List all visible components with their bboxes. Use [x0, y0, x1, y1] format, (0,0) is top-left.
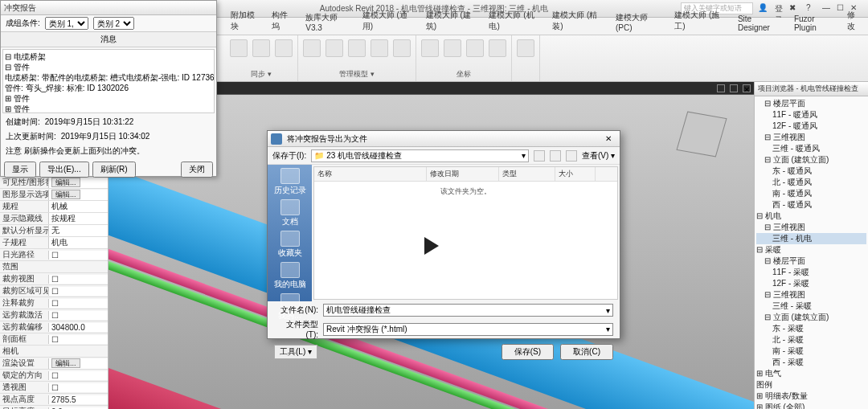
- refresh-button[interactable]: 刷新(R): [92, 162, 136, 178]
- tree-node[interactable]: ⊟ 三维视图: [756, 132, 866, 143]
- ribbon-button[interactable]: [421, 39, 439, 57]
- tree-node[interactable]: 图例: [756, 379, 866, 391]
- property-row[interactable]: 图形显示选项编辑...: [0, 189, 108, 201]
- property-row[interactable]: 视点高度2785.5: [0, 394, 108, 406]
- ribbon-button[interactable]: [371, 39, 388, 57]
- property-row[interactable]: 范围: [0, 261, 108, 273]
- tree-node[interactable]: ⊞ 明细表/数量: [756, 391, 866, 402]
- property-row[interactable]: 注释裁剪☐: [0, 297, 108, 309]
- column-header[interactable]: 大小: [555, 167, 596, 181]
- property-row[interactable]: 透视图☐: [0, 382, 108, 394]
- property-row[interactable]: 显示隐藏线按规程: [0, 213, 108, 225]
- ribbon-tab[interactable]: 修改: [841, 7, 868, 35]
- property-row[interactable]: 裁剪视图☐: [0, 273, 108, 285]
- tree-node[interactable]: ⊟ 三维视图: [756, 289, 866, 301]
- tree-node[interactable]: 三维 - 暖通风: [756, 143, 866, 154]
- column-header[interactable]: 名称: [314, 167, 427, 181]
- ribbon-button[interactable]: [348, 39, 366, 57]
- tree-node[interactable]: ⊞ 电气: [756, 368, 866, 379]
- tree-node[interactable]: ⊟ 楼层平面: [756, 256, 866, 267]
- tree-node[interactable]: ⊞ 图纸 (全部): [756, 402, 866, 409]
- property-row[interactable]: 目标高度0.0: [0, 406, 108, 409]
- tree-node[interactable]: ⊟ 立面 (建筑立面): [756, 312, 866, 323]
- clash-tree[interactable]: ⊟ 电缆桥架 ⊟ 管件 电缆桥架: 带配件的电缆桥架: 槽式电缆桥架-强电: I…: [2, 49, 215, 113]
- property-row[interactable]: 日光路径☐: [0, 249, 108, 261]
- close-report-button[interactable]: 关闭: [181, 162, 213, 178]
- tree-node[interactable]: 11F - 采暖: [756, 267, 866, 278]
- cancel-button[interactable]: 取消(C): [560, 344, 613, 360]
- dialog-header[interactable]: 将冲突报告导出为文件 ✕: [268, 131, 620, 147]
- tree-line[interactable]: ⊟ 电缆桥架: [5, 51, 212, 62]
- viewport-min-icon[interactable]: [717, 84, 725, 92]
- export-button[interactable]: 导出(E)...: [39, 162, 89, 178]
- delete-icon[interactable]: [566, 150, 577, 162]
- tree-node[interactable]: 南 - 采暖: [756, 346, 866, 357]
- ribbon-button[interactable]: [303, 39, 321, 57]
- column-header[interactable]: 类型: [499, 167, 555, 181]
- ribbon-button[interactable]: [393, 39, 411, 57]
- tree-node[interactable]: ⊟ 三维视图: [756, 222, 866, 233]
- ribbon-tab[interactable]: 建模大师 (精装): [547, 7, 610, 35]
- viewcube[interactable]: [676, 111, 727, 157]
- ribbon-button[interactable]: [230, 39, 248, 57]
- up-icon[interactable]: [550, 150, 561, 162]
- ribbon-tab[interactable]: 建模大师 (PC): [610, 10, 669, 35]
- tree-node[interactable]: 东 - 暖通风: [756, 166, 866, 177]
- tree-node[interactable]: ⊟ 楼层平面: [756, 98, 866, 109]
- column-header[interactable]: 修改日期: [427, 167, 499, 181]
- property-row[interactable]: 默认分析显示样式无: [0, 225, 108, 237]
- tree-node[interactable]: 北 - 采暖: [756, 334, 866, 346]
- ribbon-tab[interactable]: 建模大师 (通用): [357, 7, 420, 35]
- save-button[interactable]: 保存(S): [502, 344, 554, 360]
- tree-line[interactable]: 管件: 弯头_焊接: 标准: ID 1302026: [5, 83, 212, 93]
- ribbon-tab[interactable]: 附加模块: [225, 7, 266, 35]
- folder-combo[interactable]: 📁 23 机电管线碰撞检查 ▾: [311, 149, 529, 162]
- tree-node[interactable]: 南 - 暖通风: [756, 188, 866, 199]
- property-row[interactable]: 远剪裁激活☐: [0, 309, 108, 321]
- ribbon-button[interactable]: [466, 39, 484, 57]
- property-row[interactable]: 相机: [0, 346, 108, 358]
- filename-input[interactable]: 机电管线碰撞检查▾: [323, 304, 613, 317]
- ribbon-button[interactable]: [444, 39, 461, 57]
- property-row[interactable]: 裁剪区域可见☐: [0, 285, 108, 297]
- property-row[interactable]: 剖面框☐: [0, 333, 108, 346]
- property-row[interactable]: 远剪裁偏移304800.0: [0, 321, 108, 333]
- file-list[interactable]: 名称修改日期类型大小 该文件夹为空。: [313, 166, 618, 300]
- viewport-close-icon[interactable]: ✕: [743, 84, 751, 92]
- ribbon-tab[interactable]: 建模大师 (施工): [669, 7, 732, 35]
- tree-node[interactable]: 东 - 采暖: [756, 323, 866, 334]
- tree-node[interactable]: 12F - 采暖: [756, 278, 866, 289]
- ribbon-button[interactable]: [275, 39, 293, 57]
- tree-node[interactable]: 三维 - 机电: [756, 233, 866, 244]
- tree-node[interactable]: ⊟ 机电: [756, 211, 866, 222]
- tools-menu[interactable]: 工具(L) ▾: [274, 345, 317, 359]
- property-row[interactable]: 规程机械: [0, 201, 108, 213]
- property-row[interactable]: 锁定的方向☐: [0, 370, 108, 382]
- tree-node[interactable]: 西 - 采暖: [756, 357, 866, 368]
- tree-line[interactable]: ⊞ 管件: [5, 93, 212, 104]
- tree-node[interactable]: ⊟ 立面 (建筑立面): [756, 154, 866, 166]
- tree-node[interactable]: 11F - 暖通风: [756, 109, 866, 121]
- ribbon-button[interactable]: [517, 39, 534, 57]
- ribbon-tab[interactable]: 建模大师 (机电): [483, 7, 547, 35]
- tree-node[interactable]: 北 - 暖通风: [756, 177, 866, 188]
- show-button[interactable]: 显示: [4, 162, 36, 178]
- places-item[interactable]: 历史记录: [274, 168, 306, 196]
- places-item[interactable]: 收藏夹: [274, 231, 306, 259]
- tree-node[interactable]: 三维 - 采暖: [756, 301, 866, 312]
- property-row[interactable]: 子规程机电: [0, 237, 108, 249]
- group2-select[interactable]: 类别 2: [93, 17, 134, 30]
- ribbon-button[interactable]: [489, 39, 506, 57]
- group1-select[interactable]: 类别 1,: [45, 17, 88, 30]
- ribbon-tab[interactable]: 族库大师V3.3: [300, 10, 357, 35]
- tree-line[interactable]: 电缆桥架: 带配件的电缆桥架: 槽式电缆桥架-强电: ID 1273616: [5, 72, 212, 83]
- places-item[interactable]: 文档: [274, 199, 306, 227]
- dialog-close-button[interactable]: ✕: [600, 134, 616, 143]
- ribbon-tab[interactable]: Site Designer: [732, 12, 788, 35]
- tree-node[interactable]: 12F - 暖通风: [756, 121, 866, 132]
- viewport-max-icon[interactable]: [730, 84, 738, 92]
- filetype-combo[interactable]: Revit 冲突报告 (*.html)▾: [323, 323, 613, 336]
- tree-line[interactable]: ⊞ 管件: [5, 104, 212, 113]
- ribbon-tab[interactable]: Fuzor Plugin: [788, 12, 841, 35]
- places-item[interactable]: 我的电脑: [274, 262, 306, 290]
